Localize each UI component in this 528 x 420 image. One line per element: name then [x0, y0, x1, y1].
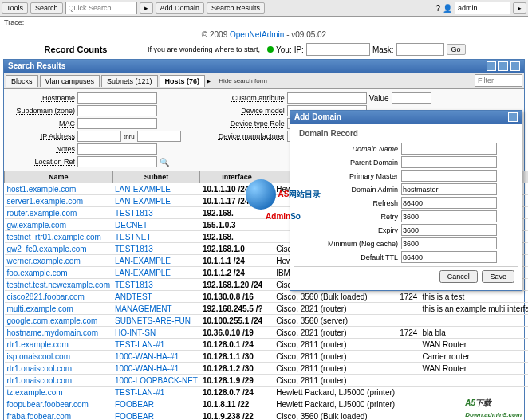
mask-input[interactable] — [396, 43, 444, 56]
trace-label: Trace: — [0, 17, 528, 28]
save-button[interactable]: Save — [482, 270, 514, 283]
retry-input[interactable] — [401, 210, 497, 222]
close-icon[interactable] — [510, 61, 520, 71]
host-link[interactable]: host1.example.com — [7, 185, 77, 194]
status-dot-icon — [267, 46, 274, 53]
subnet-link[interactable]: TESTNET — [115, 233, 152, 241]
host-link[interactable]: rtr1.example.com — [7, 340, 69, 349]
tab-hosts[interactable]: Hosts (76) — [160, 75, 206, 87]
host-link[interactable]: werner.example.com — [7, 257, 81, 265]
subnet-link[interactable]: TEST1813 — [115, 281, 153, 289]
filter-input[interactable] — [475, 74, 522, 87]
col-name[interactable]: Name — [5, 171, 113, 183]
host-link[interactable]: foopubear.foobear.com — [7, 400, 89, 409]
quick-search-input[interactable] — [65, 2, 137, 14]
subnet-link[interactable]: TEST-LAN-#1 — [115, 388, 164, 397]
quick-go-button[interactable]: ▸ — [140, 2, 153, 14]
value-input[interactable] — [392, 92, 431, 104]
subnet-link[interactable]: LAN-EXAMPLE — [115, 257, 171, 265]
tab-subnets[interactable]: Subnets (121) — [101, 75, 158, 87]
host-link[interactable]: gw.example.com — [7, 221, 66, 230]
subnet-link[interactable]: 1000-LOOPBACK-NET — [115, 376, 198, 385]
col-iface[interactable]: Interface — [200, 171, 274, 183]
parent-domain-input[interactable] — [401, 156, 497, 168]
add-domain-dialog: Add Domain Domain Record Domain Name Par… — [290, 110, 522, 291]
host-link[interactable]: tz.example.com — [7, 388, 63, 397]
host-link[interactable]: cisco2821.foobar.com — [7, 292, 85, 301]
domain-name-input[interactable] — [401, 143, 497, 155]
subnet-link[interactable]: ANDTEST — [115, 292, 152, 301]
subnet-link[interactable]: 1000-WAN-HA-#1 — [115, 352, 179, 361]
host-link[interactable]: rtr1.onaiscool.com — [7, 364, 73, 373]
ona-link[interactable]: OpenNetAdmin — [230, 30, 284, 39]
tools-button[interactable]: Tools — [2, 2, 28, 14]
detach-icon[interactable] — [498, 61, 508, 71]
collapse-icon[interactable]: ▸ — [207, 77, 211, 85]
table-row: multi.example.comMANAGEMENT192.168.245.5… — [5, 303, 529, 315]
subnet-link[interactable]: LAN-EXAMPLE — [115, 269, 171, 277]
host-link[interactable]: gw2_fe0.example.com — [7, 245, 87, 253]
panel-header: Search Results — [4, 60, 524, 73]
subnet-link[interactable]: LAN-EXAMPLE — [115, 197, 171, 206]
table-row: rtr1.onaiscool.com1000-LOOPBACK-NET10.12… — [5, 375, 529, 387]
ip-from-input[interactable] — [77, 131, 121, 142]
user-input[interactable] — [455, 2, 510, 14]
host-link[interactable]: isp.onaiscool.com — [7, 352, 70, 361]
mac-input[interactable] — [77, 118, 157, 129]
host-link[interactable]: testnet_rtr01.example.com — [7, 233, 101, 241]
host-link[interactable]: hostname.mydomain.com — [7, 328, 99, 337]
subnet-link[interactable]: SUBNETS-ARE-FUN — [115, 316, 191, 325]
help-icon[interactable]: ? — [435, 4, 440, 13]
host-link[interactable]: rtr1.onaiscool.com — [7, 376, 73, 385]
notes-input[interactable] — [77, 143, 157, 155]
dialog-close-icon[interactable] — [508, 112, 518, 122]
host-link[interactable]: google.com.example.com — [7, 316, 98, 325]
subnet-link[interactable]: TEST-LAN-#1 — [115, 340, 164, 349]
custom-input[interactable] — [287, 92, 367, 104]
minimum-input[interactable] — [401, 237, 497, 249]
expiry-input[interactable] — [401, 224, 497, 236]
search-button[interactable]: Search — [30, 2, 63, 14]
ip-to-input[interactable] — [137, 131, 181, 142]
subnet-link[interactable]: TEST1813 — [115, 209, 153, 218]
subnet-link[interactable]: DECNET — [115, 221, 148, 230]
host-link[interactable]: multi.example.com — [7, 304, 73, 313]
record-counts-label: Record Counts — [4, 45, 148, 54]
minimize-icon[interactable] — [487, 61, 496, 71]
host-link[interactable]: router.example.com — [7, 209, 77, 218]
go-button[interactable]: Go — [447, 44, 466, 55]
dialog-header[interactable]: Add Domain — [290, 111, 522, 124]
subnet-link[interactable]: FOOBEAR — [115, 400, 154, 409]
user-go-button[interactable]: ▸ — [513, 2, 526, 14]
hide-search-link[interactable]: Hide search form — [219, 77, 267, 84]
refresh-input[interactable] — [401, 197, 497, 209]
host-link[interactable]: server1.example.com — [7, 197, 84, 206]
subnet-link[interactable]: MANAGEMENT — [115, 304, 172, 313]
add-domain-button[interactable]: Add Domain — [156, 2, 205, 14]
subnet-link[interactable]: 1000-WAN-HA-#1 — [115, 364, 179, 373]
ip-input[interactable] — [306, 43, 370, 56]
table-row: google.com.example.comSUBNETS-ARE-FUN10.… — [5, 315, 529, 327]
host-link[interactable]: testnet.test.newexample.com — [7, 281, 111, 289]
subnet-link[interactable]: LAN-EXAMPLE — [115, 185, 171, 194]
subnet-link[interactable]: TEST1813 — [115, 245, 153, 253]
header-row: Record Counts If you are wondering where… — [0, 41, 528, 57]
subnet-link[interactable]: HO-INT-SN — [115, 328, 156, 337]
subdomain-input[interactable] — [77, 105, 157, 116]
subnet-link[interactable]: FOOBEAR — [115, 412, 154, 421]
tab-blocks[interactable]: Blocks — [6, 75, 38, 87]
primary-master-input[interactable] — [401, 170, 497, 182]
domain-admin-input[interactable] — [401, 183, 497, 195]
ttl-input[interactable] — [401, 251, 497, 263]
host-link[interactable]: fraba.foobear.com — [7, 412, 72, 421]
top-toolbar: Tools Search ▸ Add Domain Search Results… — [0, 0, 528, 17]
hostname-input[interactable] — [77, 92, 157, 104]
search-icon[interactable]: 🔍 — [160, 158, 169, 167]
host-link[interactable]: foo.example.com — [7, 269, 68, 277]
tab-vlan[interactable]: Vlan campuses — [40, 75, 100, 87]
search-results-button[interactable]: Search Results — [207, 2, 265, 14]
col-subnet[interactable]: Subnet — [112, 171, 200, 183]
cancel-button[interactable]: Cancel — [439, 270, 478, 283]
locref-input[interactable] — [77, 156, 157, 167]
table-row: hostname.mydomain.comHO-INT-SN10.36.0.10… — [5, 327, 529, 339]
